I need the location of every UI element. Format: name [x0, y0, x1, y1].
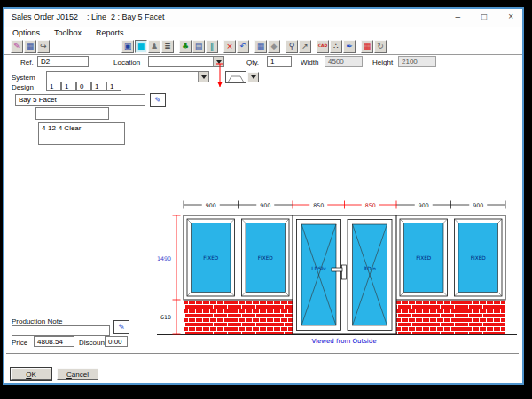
picture-button[interactable]: ▤: [192, 40, 205, 53]
dim-value: 850: [313, 202, 324, 208]
production-note-input[interactable]: [12, 325, 110, 336]
height-label: Height: [372, 59, 393, 66]
tree-button[interactable]: ♣: [179, 40, 192, 53]
design-edit-button[interactable]: ✎: [11, 40, 23, 53]
dim-value: 900: [419, 202, 429, 208]
cad-button[interactable]: CAD: [317, 40, 329, 53]
door-handle: [342, 265, 347, 279]
pen-button[interactable]: ✒: [343, 40, 356, 53]
points-icon: ∴: [333, 43, 339, 51]
design-cell-4[interactable]: 1: [91, 82, 106, 91]
shrink-button[interactable]: ◆: [268, 40, 280, 53]
facet-preview: [225, 71, 246, 83]
price-input[interactable]: 4808.54: [34, 336, 74, 347]
points-button[interactable]: ∴: [330, 40, 342, 53]
menubar: Options Toolbox Reports: [4, 27, 530, 38]
delete-button[interactable]: ×: [223, 40, 236, 53]
zoom-extents-button[interactable]: ↗: [299, 40, 311, 53]
design-cell-1[interactable]: 1: [46, 82, 61, 91]
production-note-label: Production Note: [12, 317, 62, 325]
menu-reports[interactable]: Reports: [96, 28, 124, 37]
dimensions-button[interactable]: ▦: [254, 40, 267, 53]
toolbar-group: ♣▤∥: [179, 40, 219, 53]
dim-value: 900: [206, 202, 216, 208]
find-button[interactable]: ∥: [206, 40, 218, 53]
zoom-extents-icon: ↗: [301, 43, 309, 51]
discount-input[interactable]: 0.00: [105, 336, 128, 347]
shrink-icon: ◆: [271, 43, 278, 51]
dim-value: 900: [260, 202, 270, 208]
cancel-button[interactable]: Cancel: [57, 368, 98, 380]
grid-button[interactable]: ▦: [24, 40, 36, 53]
panel-label: FIXED: [471, 255, 487, 261]
menu-toolbox[interactable]: Toolbox: [54, 28, 82, 37]
toolbar-group: ▦◆: [254, 40, 281, 53]
close-button[interactable]: ×: [508, 12, 513, 22]
refresh-icon: ↻: [377, 43, 384, 51]
design-edit-icon: ✎: [13, 43, 20, 51]
description-input[interactable]: Bay 5 Facet: [15, 94, 145, 106]
system-dropdown-button[interactable]: [198, 72, 208, 82]
customer-icon: ♟: [151, 43, 158, 51]
width-label: Width: [301, 59, 318, 66]
brick-wall-right: [396, 300, 505, 334]
ref-input[interactable]: D2: [37, 56, 89, 67]
brick-wall-left: [184, 300, 293, 334]
design-cell-5[interactable]: 1: [106, 82, 121, 91]
dim-value: 850: [365, 202, 376, 208]
tab-strip-line: [6, 353, 519, 354]
toolbar: ✎▦↪▣■♟≣♣▤∥×↶▦◆⚲↗CAD∴✒▦↻: [4, 38, 522, 55]
menu-options[interactable]: Options: [12, 28, 40, 37]
height-input: 2100: [398, 56, 436, 67]
cutting-list-button[interactable]: ▦: [361, 40, 373, 53]
selection-icon: ■: [137, 43, 145, 51]
location-label: Location: [113, 59, 140, 66]
window-title: Sales Order J0152 : Line 2 : Bay 5 Facet: [12, 12, 165, 21]
edit-description-button[interactable]: ✎: [150, 93, 166, 107]
profiles-icon: ▣: [124, 43, 132, 51]
edit-list-button[interactable]: ≣: [161, 40, 174, 53]
selection-button[interactable]: ■: [135, 40, 147, 53]
design-canvas[interactable]: 900 900 850 850 900 900 1490 610 FIXED F…: [149, 189, 521, 348]
titlebar: Sales Order J0152 : Line 2 : Bay 5 Facet…: [4, 9, 522, 27]
ok-button[interactable]: OK: [11, 368, 51, 380]
toolbar-group: CAD∴✒: [317, 40, 356, 53]
width-input: 4500: [325, 56, 363, 67]
find-icon: ∥: [210, 43, 215, 51]
design-label: Design: [12, 83, 34, 91]
facet-dropdown-button[interactable]: [247, 72, 259, 82]
toolbar-group: ×↶: [223, 40, 250, 53]
pencil-icon: ✎: [118, 323, 125, 332]
maximize-button[interactable]: □: [481, 12, 487, 22]
toolbar-group: ⚲↗: [286, 40, 312, 53]
panel-label: FIXED: [203, 255, 219, 261]
design-cell-3[interactable]: 0: [76, 82, 91, 91]
edit-production-note-button[interactable]: ✎: [113, 320, 129, 334]
panel-label: FIXED: [258, 255, 274, 261]
secondary-input[interactable]: [35, 107, 109, 120]
qty-input[interactable]: 1: [267, 56, 292, 67]
exit-button[interactable]: ↪: [37, 40, 50, 53]
price-label: Price: [12, 339, 27, 347]
location-select[interactable]: Living Room: [148, 56, 224, 67]
zoom-button[interactable]: ⚲: [286, 40, 298, 53]
profiles-button[interactable]: ▣: [121, 40, 134, 53]
customer-button[interactable]: ♟: [148, 40, 160, 53]
minimize-button[interactable]: –: [456, 12, 461, 22]
refresh-button[interactable]: ↻: [374, 40, 387, 53]
ref-label: Ref.: [20, 59, 34, 66]
location-value: Living Room: [163, 66, 202, 67]
chevron-down-icon: [251, 75, 256, 79]
pen-icon: ✒: [346, 43, 353, 51]
toolbar-group: ▦↻: [361, 40, 387, 53]
window-controls: – □ ×: [456, 12, 513, 22]
tab-strip: Situation Solution B. O. M. Costing Pric…: [11, 354, 15, 365]
panel-label: FIXED: [416, 255, 432, 261]
tree-icon: ♣: [182, 43, 189, 51]
sales-order-window: Sales Order J0152 : Line 2 : Bay 5 Facet…: [3, 7, 524, 385]
design-cell-2[interactable]: 1: [61, 82, 76, 91]
spec-box[interactable]: 4-12-4 Clear: [38, 122, 125, 145]
undo-icon: ↶: [239, 43, 246, 51]
chevron-down-icon: [201, 75, 207, 79]
undo-button[interactable]: ↶: [237, 40, 249, 53]
